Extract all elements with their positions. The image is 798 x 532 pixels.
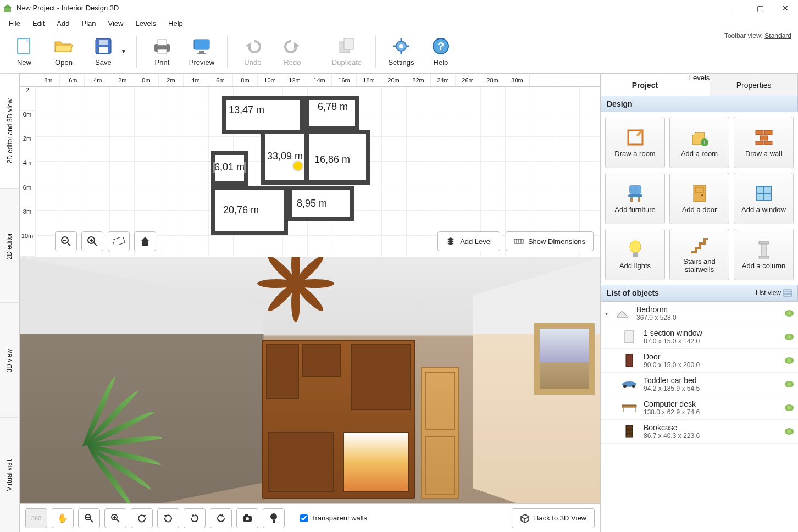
svg-line-55 (637, 131, 641, 136)
object-item-bookcase[interactable]: Bookcase86.7 x 40.3 x 223.6 (601, 420, 798, 444)
minimize-button[interactable]: — (722, 0, 747, 16)
undo-button[interactable]: Undo (233, 36, 273, 66)
measure-button[interactable] (108, 231, 130, 251)
menu-plan[interactable]: Plan (76, 18, 102, 29)
back-to-3d-button[interactable]: Back to 3D View (512, 508, 595, 528)
object-list[interactable]: ▾ Bedroom367.0 x 528.0 1 section window8… (601, 301, 798, 532)
vtab-3d[interactable]: 3D view (0, 303, 19, 418)
design-header-label: Design (607, 99, 633, 108)
svg-marker-46 (164, 515, 167, 518)
settings-button[interactable]: Settings (381, 36, 421, 66)
preview-button[interactable]: Preview (182, 36, 221, 66)
open-button[interactable]: Open (44, 36, 84, 66)
add-door-button[interactable]: Add a door (669, 173, 729, 224)
object-item-toddler-bed[interactable]: Toddler car bed94.2 x 185.9 x 54.5 (601, 373, 798, 396)
vtab-2d-3d[interactable]: 2D editor and 3D view (0, 74, 19, 189)
transparent-walls-checkbox[interactable]: Transparent walls (300, 514, 367, 522)
cabinet-3d (262, 340, 415, 499)
rotate-ccw-button[interactable] (210, 508, 232, 528)
show-dimensions-button[interactable]: Show Dimensions (506, 231, 594, 251)
design-grid: Draw a room +Add a room Draw a wall Add … (601, 112, 798, 285)
stairs-button[interactable]: Stairs and stairwells (669, 229, 729, 280)
tab-project[interactable]: Project (601, 74, 689, 96)
redo-button[interactable]: Redo (273, 36, 312, 66)
svg-line-26 (67, 242, 70, 246)
add-room-button[interactable]: +Add a room (669, 117, 729, 168)
svg-rect-67 (638, 197, 640, 202)
expand-icon[interactable]: ▾ (605, 311, 608, 317)
zoom-out-3d-button[interactable] (78, 508, 100, 528)
svg-text:+: + (702, 138, 706, 146)
visibility-icon[interactable] (785, 310, 794, 317)
visibility-icon[interactable] (785, 334, 794, 340)
maximize-button[interactable]: ▢ (747, 0, 773, 16)
vtab-2d[interactable]: 2D editor (0, 189, 19, 303)
rotate-right-button[interactable] (157, 508, 179, 528)
object-item-desk[interactable]: Computer desk138.0 x 62.9 x 74.6 (601, 396, 798, 420)
menu-edit[interactable]: Edit (27, 18, 50, 29)
object-item-door[interactable]: Door90.0 x 15.0 x 200.0 (601, 349, 798, 373)
save-dropdown-arrow[interactable]: ▼ (121, 48, 126, 54)
new-button[interactable]: New (4, 36, 44, 66)
svg-rect-6 (99, 47, 108, 53)
draw-room-button[interactable]: Draw a room (605, 117, 665, 168)
list-view-link[interactable]: List view (756, 289, 781, 297)
tab-properties[interactable]: Properties (710, 74, 798, 96)
svg-rect-32 (113, 237, 125, 245)
rotate-cw-button[interactable] (184, 508, 206, 528)
object-item-bedroom[interactable]: ▾ Bedroom367.0 x 528.0 (601, 302, 798, 325)
duplicate-button[interactable]: Duplicate (324, 36, 370, 66)
object-item-window[interactable]: 1 section window87.0 x 15.0 x 142.0 (601, 325, 798, 349)
toolbar-view-link[interactable]: Standard (764, 32, 791, 40)
menu-add[interactable]: Add (51, 18, 75, 29)
new-file-icon (14, 36, 34, 56)
help-button[interactable]: ? Help (421, 36, 461, 66)
room-thumb-icon (613, 306, 631, 320)
visibility-icon[interactable] (785, 357, 794, 364)
svg-rect-8 (158, 40, 167, 45)
lighting-button[interactable] (263, 508, 285, 528)
draw-wall-button[interactable]: Draw a wall (734, 117, 794, 168)
menu-view[interactable]: View (103, 18, 129, 29)
main: 2D editor and 3D view 2D editor 3D view … (0, 74, 798, 532)
wall-picture (534, 323, 595, 395)
add-level-button[interactable]: Add Level (437, 231, 500, 251)
view-3d[interactable]: 360 ✋ Transparent walls Back to 3D View (20, 257, 600, 532)
transparent-walls-input[interactable] (300, 514, 308, 522)
objects-header-label: List of objects (607, 289, 659, 297)
duplicate-label: Duplicate (332, 58, 362, 66)
view-360-button[interactable]: 360 (25, 508, 47, 528)
h-ruler-ticks: -8m-6m-4m-2m0m2m4m6m8m10m12m14m16m18m20m… (35, 74, 600, 86)
rotate-left-button[interactable] (131, 508, 153, 528)
printer-icon (152, 36, 172, 56)
print-button[interactable]: Print (142, 36, 182, 66)
home-button[interactable] (134, 231, 156, 251)
save-button[interactable]: Save (84, 36, 123, 66)
visibility-icon[interactable] (785, 404, 794, 411)
svg-rect-79 (784, 290, 791, 296)
redo-label: Redo (284, 58, 301, 66)
zoom-out-button[interactable] (55, 231, 77, 251)
zoom-in-3d-button[interactable] (104, 508, 126, 528)
pan-button[interactable]: ✋ (52, 508, 74, 528)
zoom-in-button[interactable] (81, 231, 103, 251)
svg-rect-16 (344, 38, 354, 49)
menu-file[interactable]: File (3, 18, 26, 29)
svg-text:?: ? (437, 40, 444, 52)
close-button[interactable]: ✕ (773, 0, 798, 16)
add-window-button[interactable]: Add a window (734, 173, 794, 224)
add-furniture-button[interactable]: Add furniture (605, 173, 665, 224)
tab-levels[interactable]: Levels (689, 74, 710, 96)
add-column-button[interactable]: Add a column (734, 229, 794, 280)
add-lights-button[interactable]: Add lights (605, 229, 665, 280)
settings-label: Settings (388, 58, 414, 66)
menu-levels[interactable]: Levels (130, 18, 162, 29)
list-view-icon[interactable] (783, 289, 792, 297)
menu-help[interactable]: Help (163, 18, 189, 29)
plan-canvas[interactable]: 13,47 m 6,78 m 33,09 m 6,01 m 16,86 m 20… (35, 87, 600, 257)
visibility-icon[interactable] (785, 381, 794, 387)
camera-position-icon[interactable] (293, 162, 302, 170)
visibility-icon[interactable] (785, 428, 794, 435)
camera-button[interactable] (236, 508, 258, 528)
vtab-virtual-visit[interactable]: Virtual visit (0, 418, 19, 533)
